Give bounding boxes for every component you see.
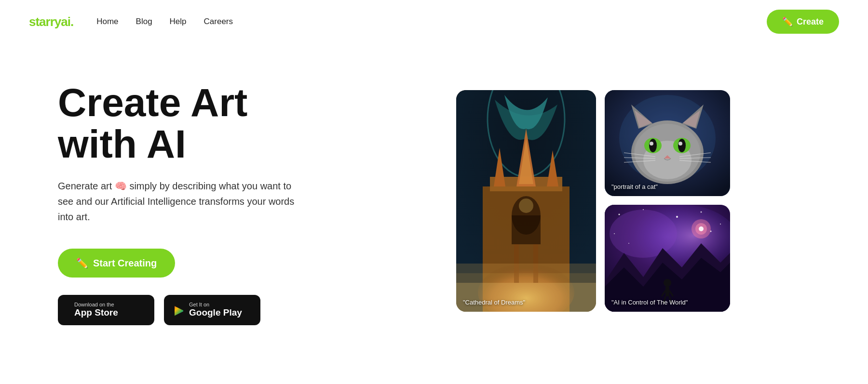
svg-point-53 (664, 279, 671, 287)
app-store-large: App Store (74, 307, 118, 318)
store-buttons: Download on the App Store ▶ Get It on Go… (58, 295, 328, 325)
svg-point-44 (643, 209, 644, 210)
hero-title: Create Art with AI (58, 82, 328, 165)
svg-point-29 (649, 139, 657, 152)
google-play-large: Google Play (189, 307, 242, 318)
art-card-ai-world: "AI in Control of The World" (605, 205, 730, 312)
create-label: Create (797, 17, 824, 27)
art-card-ai-world-label: "AI in Control of The World" (611, 299, 723, 306)
svg-point-30 (678, 139, 686, 152)
svg-point-47 (720, 224, 721, 225)
nav-link-help[interactable]: Help (170, 17, 187, 26)
svg-point-31 (650, 142, 653, 146)
svg-point-45 (676, 216, 678, 218)
google-play-icon: ▶ (175, 304, 183, 317)
navbar-left: starryai. Home Blog Help Careers (29, 14, 233, 29)
create-icon: ✏️ (782, 16, 793, 27)
nav-item-blog[interactable]: Blog (136, 17, 152, 26)
svg-rect-54 (665, 287, 669, 296)
create-button[interactable]: ✏️ Create (767, 10, 839, 34)
svg-point-48 (614, 233, 615, 234)
nav-link-careers[interactable]: Careers (204, 17, 233, 26)
navbar: starryai. Home Blog Help Careers ✏️ Crea… (0, 0, 868, 43)
svg-point-10 (519, 199, 533, 213)
logo-text: starryai (29, 14, 70, 29)
art-grid: "Cathedral of Dreams" (456, 90, 730, 312)
main-content: Create Art with AI Generate art 🧠 simply… (0, 43, 868, 344)
google-play-text: Get It on Google Play (189, 302, 242, 318)
art-card-cat-label: "portrait of a cat" (611, 183, 723, 190)
svg-point-46 (701, 212, 702, 213)
art-card-cathedral-label: "Cathedral of Dreams" (463, 299, 589, 306)
art-card-cat: "portrait of a cat" (605, 90, 730, 196)
svg-point-43 (619, 214, 620, 215)
start-icon: ✏️ (76, 257, 88, 269)
svg-rect-9 (512, 215, 541, 244)
app-store-small: Download on the (74, 302, 114, 307)
subtitle-part1: Generate art (58, 181, 115, 191)
start-label: Start Creating (93, 258, 157, 269)
svg-point-32 (678, 142, 682, 146)
nav-item-careers[interactable]: Careers (204, 17, 233, 26)
svg-rect-16 (456, 283, 596, 312)
app-store-button[interactable]: Download on the App Store (58, 295, 154, 325)
app-store-text: Download on the App Store (74, 302, 118, 318)
svg-point-42 (610, 210, 677, 258)
svg-point-50 (628, 243, 629, 244)
nav-link-blog[interactable]: Blog (136, 17, 152, 26)
nav-links: Home Blog Help Careers (96, 17, 233, 26)
nav-item-help[interactable]: Help (170, 17, 187, 26)
nav-link-home[interactable]: Home (96, 17, 118, 26)
art-card-cathedral: "Cathedral of Dreams" (456, 90, 596, 312)
logo-dot: . (70, 14, 73, 29)
nav-item-home[interactable]: Home (96, 17, 118, 26)
hero-subtitle: Generate art 🧠 simply by describing what… (58, 178, 309, 225)
start-creating-button[interactable]: ✏️ Start Creating (58, 249, 175, 278)
google-play-small: Get It on (189, 302, 209, 307)
svg-point-61 (699, 226, 704, 231)
hero-left: Create Art with AI Generate art 🧠 simply… (58, 72, 328, 325)
google-play-button[interactable]: ▶ Get It on Google Play (164, 295, 260, 325)
brain-emoji: 🧠 (115, 181, 127, 191)
right-column: "portrait of a cat" (605, 90, 730, 312)
hero-right: "Cathedral of Dreams" (366, 85, 820, 312)
logo: starryai. (29, 14, 73, 29)
